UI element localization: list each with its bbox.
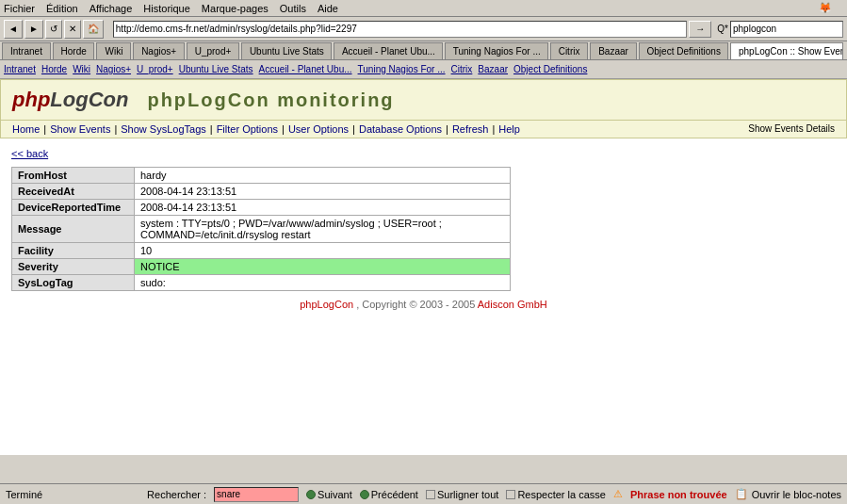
table-row: SysLogTagsudo: — [12, 275, 511, 291]
nav-horde[interactable]: Horde — [41, 64, 67, 74]
statusbar: Terminé Rechercher : Suivant Précédent S… — [0, 483, 847, 504]
stop-button[interactable]: ✕ — [64, 20, 81, 39]
respecter-group: Respecter la casse — [506, 489, 606, 500]
nav-wiki[interactable]: Wiki — [73, 64, 90, 74]
search-input-toolbar[interactable] — [730, 21, 843, 38]
nav-filter-options[interactable]: Filter Options — [217, 123, 278, 135]
toolbar: ◄ ► ↺ ✕ 🏠 → Q* — [0, 17, 847, 41]
table-row: Facility10 — [12, 243, 511, 259]
table-row: FromHosthardy — [12, 168, 511, 184]
table-row: Messagesystem : TTY=pts/0 ; PWD=/var/www… — [12, 216, 511, 243]
precedent-radio — [360, 490, 369, 499]
row-key: FromHost — [12, 168, 135, 184]
address-input[interactable] — [113, 21, 688, 38]
nav-home[interactable]: Home — [12, 123, 40, 135]
menu-marquepages[interactable]: Marque-pages — [202, 3, 269, 14]
menubar: Fichier Édition Affichage Historique Mar… — [0, 0, 847, 17]
row-key: Severity — [12, 259, 135, 275]
tab-nagios[interactable]: Nagios+ — [133, 42, 185, 59]
menu-historique[interactable]: Historique — [143, 3, 190, 14]
nav-help[interactable]: Help — [498, 123, 520, 135]
go-button[interactable]: → — [689, 21, 711, 38]
tab-horde[interactable]: Horde — [53, 42, 95, 59]
row-key: SysLogTag — [12, 275, 135, 291]
precedent-label[interactable]: Précédent — [371, 489, 418, 500]
nav-uprod[interactable]: U_prod+ — [137, 64, 173, 74]
nav-bazaar[interactable]: Bazaar — [478, 64, 508, 74]
status-text: Terminé — [6, 489, 42, 500]
search-input-statusbar[interactable] — [214, 487, 299, 502]
tab-accueil[interactable]: Accueil - Planet Ubu... — [334, 42, 443, 59]
surligner-checkbox[interactable] — [426, 490, 435, 499]
notepad-label: Ouvrir le bloc-notes — [752, 489, 841, 500]
page-footer: phpLogCon , Copyright © 2003 - 2005 Adis… — [11, 291, 836, 317]
nav-refresh[interactable]: Refresh — [452, 123, 489, 135]
menu-affichage[interactable]: Affichage — [90, 3, 133, 14]
footer-text: , Copyright © 2003 - 2005 — [356, 299, 478, 310]
forward-button[interactable]: ► — [24, 20, 43, 39]
page-nav-links: Home | Show Events | Show SysLogTags | F… — [12, 123, 520, 135]
nav-nagios[interactable]: Nagios+ — [96, 64, 131, 74]
menu-outils[interactable]: Outils — [280, 3, 306, 14]
page-content: phpLogCon phpLogCon monitoring Home | Sh… — [0, 79, 847, 455]
logo: phpLogCon — [12, 88, 128, 112]
nav-intranet[interactable]: Intranet — [4, 64, 36, 74]
row-value: hardy — [135, 168, 511, 184]
row-key: ReceivedAt — [12, 184, 135, 200]
nav-show-events[interactable]: Show Events — [50, 123, 110, 135]
page-nav: Home | Show Events | Show SysLogTags | F… — [0, 121, 847, 138]
tab-intranet[interactable]: Intranet — [2, 42, 51, 59]
phplogcon-link[interactable]: phpLogCon — [300, 299, 353, 310]
logo-php: php — [12, 88, 50, 111]
adiscon-link[interactable]: Adiscon GmbH — [478, 299, 547, 310]
respecter-checkbox[interactable] — [506, 490, 515, 499]
warning-icon: ⚠ — [613, 488, 623, 500]
back-button[interactable]: ◄ — [4, 20, 23, 39]
table-row: ReceivedAt2008-04-14 23:13:51 — [12, 184, 511, 200]
address-bar: → — [109, 21, 712, 38]
menu-aide[interactable]: Aide — [318, 3, 338, 14]
table-row: DeviceReportedTime2008-04-14 23:13:51 — [12, 200, 511, 216]
notepad-icon: 📋 — [735, 488, 748, 500]
page-header: phpLogCon phpLogCon monitoring — [0, 79, 847, 121]
nav-object-definitions[interactable]: Object Definitions — [513, 64, 587, 74]
precedent-group: Précédent — [360, 489, 418, 500]
home-button[interactable]: 🏠 — [83, 20, 104, 39]
tab-phplogcon[interactable]: phpLogCon :: Show Events ...✕ — [730, 42, 843, 59]
nav-tuning[interactable]: Tuning Nagios For ... — [358, 64, 446, 74]
surligner-group: Surligner tout — [426, 489, 498, 500]
tab-tuning[interactable]: Tuning Nagios For ... — [445, 42, 548, 59]
tab-wiki[interactable]: Wiki — [96, 42, 131, 59]
menu-fichier[interactable]: Fichier — [4, 3, 35, 14]
back-link[interactable]: << back — [11, 148, 48, 159]
nav-user-options[interactable]: User Options — [288, 123, 349, 135]
search-box-toolbar: Q* — [717, 21, 843, 38]
details-table: FromHosthardyReceivedAt2008-04-14 23:13:… — [11, 167, 511, 291]
tab-citrix[interactable]: Citrix — [550, 42, 589, 59]
row-value: 2008-04-14 23:13:51 — [135, 200, 511, 216]
nav-show-syslogtags[interactable]: Show SysLogTags — [121, 123, 206, 135]
search-label-statusbar: Rechercher : — [147, 489, 206, 500]
firefox-icon: 🦊 — [819, 2, 832, 14]
open-notepad-button[interactable]: 📋 Ouvrir le bloc-notes — [735, 488, 841, 500]
table-row: SeverityNOTICE — [12, 259, 511, 275]
nav-toolbar: Intranet Horde Wiki Nagios+ U_prod+ Ubun… — [0, 60, 847, 79]
tab-uprod[interactable]: U_prod+ — [187, 42, 239, 59]
suivant-label[interactable]: Suivant — [318, 489, 352, 500]
phrase-non-trouve: Phrase non trouvée — [630, 489, 727, 500]
tab-object-definitions[interactable]: Object Definitions — [639, 42, 728, 59]
row-value: 10 — [135, 243, 511, 259]
tab-ubuntu[interactable]: Ubuntu Live Stats — [241, 42, 332, 59]
logo-logcon: LogCon — [50, 88, 128, 111]
tab-bazaar[interactable]: Bazaar — [590, 42, 636, 59]
nav-ubuntu[interactable]: Ubuntu Live Stats — [179, 64, 253, 74]
respecter-label: Respecter la casse — [517, 489, 606, 500]
nav-accueil[interactable]: Accueil - Planet Ubu... — [259, 64, 352, 74]
main-content-area: << back FromHosthardyReceivedAt2008-04-1… — [0, 138, 847, 323]
surligner-label[interactable]: Surligner tout — [437, 489, 498, 500]
row-value: NOTICE — [135, 259, 511, 275]
reload-button[interactable]: ↺ — [45, 20, 62, 39]
nav-database-options[interactable]: Database Options — [359, 123, 442, 135]
nav-citrix[interactable]: Citrix — [451, 64, 473, 74]
menu-edition[interactable]: Édition — [46, 3, 78, 14]
